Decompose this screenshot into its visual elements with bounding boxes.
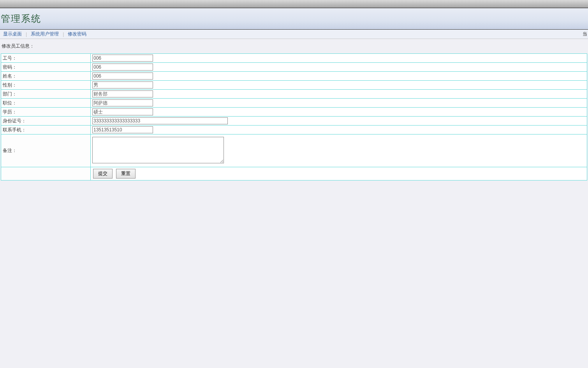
input-department[interactable] [92, 90, 153, 97]
nav-separator: | [26, 32, 27, 37]
input-employee-id[interactable] [92, 55, 153, 62]
window-titlebar [0, 0, 588, 8]
nav-separator: | [63, 32, 64, 37]
label-phone: 联系手机： [1, 126, 91, 134]
input-education[interactable] [92, 108, 153, 115]
nav-change-password[interactable]: 修改密码 [66, 31, 88, 37]
label-buttons-empty [1, 167, 91, 180]
input-phone[interactable] [92, 126, 153, 133]
row-education: 学历： [1, 108, 587, 117]
row-phone: 联系手机： [1, 126, 587, 134]
row-remark: 备注： [1, 134, 587, 167]
input-position[interactable] [92, 99, 153, 106]
input-name[interactable] [92, 73, 153, 80]
label-remark: 备注： [1, 134, 91, 167]
app-title: 管理系统 [0, 12, 41, 25]
nav-bar: 显示桌面 | 系统用户管理 | 修改密码 当 [0, 30, 588, 39]
label-id-number: 身份证号： [1, 117, 91, 126]
form-title: 修改员工信息： [1, 43, 587, 50]
row-password: 密码： [1, 63, 587, 72]
employee-form-table: 工号： 密码： 姓名： 性别： 部门： 职位： 学历： 身份证号： [1, 53, 587, 180]
label-department: 部门： [1, 90, 91, 99]
textarea-remark[interactable] [92, 137, 224, 163]
nav-show-desktop[interactable]: 显示桌面 [2, 31, 23, 37]
row-position: 职位： [1, 99, 587, 108]
row-id-number: 身份证号： [1, 117, 587, 126]
submit-button[interactable]: 提交 [93, 169, 113, 179]
nav-right-text: 当 [583, 31, 587, 37]
row-department: 部门： [1, 90, 587, 99]
header: 管理系统 [0, 8, 588, 30]
label-name: 姓名： [1, 72, 91, 81]
row-employee-id: 工号： [1, 54, 587, 63]
label-gender: 性别： [1, 81, 91, 90]
row-buttons: 提交 重置 [1, 167, 587, 180]
input-password[interactable] [92, 64, 153, 71]
input-gender[interactable] [92, 81, 153, 88]
row-name: 姓名： [1, 72, 587, 81]
label-employee-id: 工号： [1, 54, 91, 63]
label-password: 密码： [1, 63, 91, 72]
input-id-number[interactable] [92, 117, 228, 124]
content-area: 修改员工信息： 工号： 密码： 姓名： 性别： 部门： 职位： 学历： [0, 39, 588, 181]
label-position: 职位： [1, 99, 91, 108]
nav-user-mgmt[interactable]: 系统用户管理 [29, 31, 60, 37]
label-education: 学历： [1, 108, 91, 117]
reset-button[interactable]: 重置 [116, 169, 136, 179]
row-gender: 性别： [1, 81, 587, 90]
